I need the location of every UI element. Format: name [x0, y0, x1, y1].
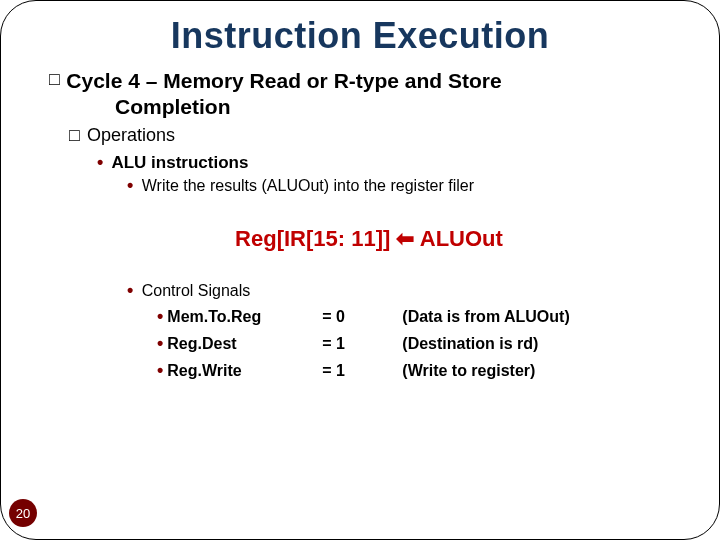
alu-row: • ALU instructions — [97, 152, 689, 173]
slide-content: □ Cycle 4 – Memory Read or R-type and St… — [1, 57, 719, 384]
signal-desc: (Data is from ALUOut) — [402, 305, 569, 329]
alu-label: ALU instructions — [111, 153, 248, 172]
square-bullet-icon: □ — [69, 125, 80, 146]
dot-bullet-icon: • — [157, 303, 163, 330]
cycle-rest: Memory Read or R-type and Store — [163, 69, 501, 92]
square-bullet-icon: □ — [49, 69, 60, 90]
cycle-prefix: Cycle 4 — [66, 69, 140, 92]
signal-value: = 1 — [322, 332, 402, 356]
operations-label: Operations — [87, 125, 175, 145]
arrow-left-icon: ⬅ — [396, 226, 414, 251]
cycle-sep: – — [140, 69, 163, 92]
reg-right: ALUOut — [420, 226, 503, 251]
signal-name: Reg.Dest — [167, 332, 322, 356]
signal-row: • Reg.Write = 1 (Write to register) — [157, 357, 689, 384]
write-row: • Write the results (ALUOut) into the re… — [127, 175, 689, 196]
dot-bullet-icon: • — [157, 357, 163, 384]
control-signals-row: • Control Signals — [127, 280, 689, 301]
signal-name: Mem.To.Reg — [167, 305, 322, 329]
signal-value: = 0 — [322, 305, 402, 329]
slide-frame: Instruction Execution □ Cycle 4 – Memory… — [0, 0, 720, 540]
register-expression: Reg[IR[15: 11]] ⬅ ALUOut — [49, 226, 689, 252]
dot-bullet-icon: • — [127, 175, 133, 196]
slide-title: Instruction Execution — [1, 15, 719, 57]
control-signals-label: Control Signals — [142, 282, 251, 299]
signal-row: • Reg.Dest = 1 (Destination is rd) — [157, 330, 689, 357]
cycle-heading-cont: Completion — [115, 95, 689, 119]
dot-bullet-icon: • — [157, 330, 163, 357]
reg-left: Reg[IR[15: 11]] — [235, 226, 390, 251]
signal-desc: (Write to register) — [402, 359, 535, 383]
write-text: Write the results (ALUOut) into the regi… — [142, 177, 474, 194]
operations-row: □ Operations — [69, 125, 689, 146]
cycle-heading: Cycle 4 – Memory Read or R-type and Stor… — [66, 69, 501, 92]
page-number-badge: 20 — [9, 499, 37, 527]
signal-row: • Mem.To.Reg = 0 (Data is from ALUOut) — [157, 303, 689, 330]
dot-bullet-icon: • — [97, 152, 103, 173]
signal-value: = 1 — [322, 359, 402, 383]
page-number: 20 — [16, 506, 30, 521]
signal-name: Reg.Write — [167, 359, 322, 383]
cycle-heading-row: □ Cycle 4 – Memory Read or R-type and St… — [49, 69, 689, 93]
control-signals-table: • Mem.To.Reg = 0 (Data is from ALUOut) •… — [157, 303, 689, 384]
dot-bullet-icon: • — [127, 280, 133, 301]
signal-desc: (Destination is rd) — [402, 332, 538, 356]
